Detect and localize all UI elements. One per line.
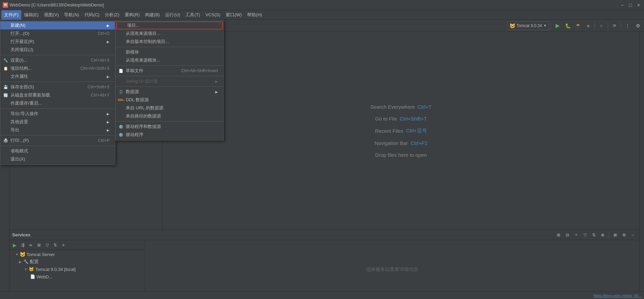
submenu-swing[interactable]: Swing UI 设计器 ▶ bbox=[116, 77, 223, 85]
menu-vcs[interactable]: VCS(S) bbox=[203, 10, 223, 20]
submenu-from-sources[interactable]: 从现有来源项目... bbox=[116, 29, 223, 38]
services-align-btn[interactable]: ⇶ bbox=[19, 241, 26, 249]
file-menu-print-label: 打印...(P) bbox=[11, 137, 29, 144]
submenu-scratch[interactable]: 📄 草稿文件 Ctrl+Alt+Shift+Insert bbox=[116, 67, 223, 75]
services-filter2-btn[interactable]: ▽ bbox=[43, 241, 51, 249]
file-menu-saveall-left: 💾 保存全部(S) bbox=[3, 84, 34, 90]
services-expand-all[interactable]: ⊞ bbox=[555, 231, 562, 239]
config-node[interactable]: ▶ 🔧 配置 bbox=[9, 258, 145, 265]
services-minimize[interactable]: − bbox=[629, 231, 637, 239]
services-sort[interactable]: ⇅ bbox=[590, 231, 598, 239]
file-menu-exit[interactable]: 退出(X) bbox=[0, 155, 115, 163]
services-collapse-all[interactable]: ⊟ bbox=[564, 231, 571, 239]
file-menu-powersave[interactable]: 省电模式 bbox=[0, 147, 115, 155]
file-menu-projstruct-left: 📋 项目结构... bbox=[3, 65, 32, 71]
file-menu-close[interactable]: 关闭项目(J) bbox=[0, 46, 115, 54]
sub-sep-4 bbox=[116, 86, 223, 87]
services-group-btn[interactable]: ⊞ bbox=[35, 241, 43, 249]
menu-refactor[interactable]: 重构(R) bbox=[122, 10, 142, 20]
file-menu-invalidate[interactable]: 作废缓存/重启... bbox=[0, 99, 115, 107]
more-button[interactable]: ⋮ bbox=[623, 21, 632, 30]
close-button[interactable]: × bbox=[636, 2, 641, 8]
menu-edit[interactable]: 编辑(E) bbox=[21, 10, 41, 20]
sub-sep-3 bbox=[116, 76, 223, 76]
menu-window[interactable]: 窗口(W) bbox=[223, 10, 244, 20]
file-menu-open-label: 打开...(O) bbox=[11, 30, 29, 37]
debug-button[interactable]: 🐛 bbox=[563, 21, 572, 30]
menu-tools[interactable]: 工具(T) bbox=[183, 10, 203, 20]
menu-bar: 文件(F) 编辑(E) 视图(V) 导航(N) 代码(C) 分析(Z) 重构(R… bbox=[0, 10, 644, 20]
submenu-drivers-datasources[interactable]: ⚙️ 驱动程序和数据源 bbox=[116, 123, 223, 131]
submenu-from-vcs[interactable]: 来自版本控制的项目... bbox=[116, 38, 223, 46]
file-menu-print[interactable]: 🖨️ 打印...(P) Ctrl+P bbox=[0, 136, 115, 145]
submenu-url-datasource[interactable]: 来自 URL 的数据源 bbox=[116, 104, 223, 112]
file-menu-export[interactable]: 导出 ▶ bbox=[0, 126, 115, 134]
file-menu-reload[interactable]: 🔄 从磁盘全部重新加载 Ctrl+Alt+Y bbox=[0, 91, 115, 99]
menu-code[interactable]: 代码(C) bbox=[82, 10, 102, 20]
file-menu-saveall[interactable]: 💾 保存全部(S) Ctrl+Shift+S bbox=[0, 83, 115, 91]
submenu-datasource-left: 🗄️ 数据源 bbox=[118, 89, 139, 95]
run-button[interactable]: ▶ bbox=[553, 21, 562, 30]
services-sort2-btn[interactable]: ⇅ bbox=[52, 241, 59, 249]
file-menu-settings[interactable]: 🔧 设置(I)... Ctrl+Alt+S bbox=[0, 56, 115, 64]
services-filter[interactable]: ▽ bbox=[581, 231, 589, 239]
new-module-icon bbox=[118, 49, 124, 55]
menu-file[interactable]: 文件(F) bbox=[1, 10, 21, 20]
file-menu-exit-label: 退出(X) bbox=[11, 156, 25, 162]
menu-help[interactable]: 帮助(H) bbox=[244, 10, 265, 20]
menu-run[interactable]: 运行(U) bbox=[162, 10, 183, 20]
services-more[interactable]: ⊕ bbox=[599, 231, 606, 239]
export-icon bbox=[3, 127, 8, 133]
file-menu-open[interactable]: 打开...(O) Ctrl+O bbox=[0, 29, 115, 38]
update-button[interactable]: ⟳ bbox=[610, 21, 619, 30]
services-add2-btn[interactable]: ＋ bbox=[60, 241, 67, 249]
tomcat-server-node[interactable]: ▼ 🐱 Tomcat Server bbox=[9, 251, 145, 258]
new-submenu: 项目... 从现有来源项目... 来自版本控制的项目... 新模块 从现有来源模… bbox=[115, 20, 224, 141]
submenu-ddl-label: DDL 数据源 bbox=[126, 97, 149, 103]
services-align2-btn[interactable]: ⇷ bbox=[27, 241, 35, 249]
submenu-module-from-sources[interactable]: 从现有来源模块... bbox=[116, 56, 223, 64]
fileprops-arrow-icon: ▶ bbox=[107, 75, 109, 79]
menu-analyze[interactable]: 分析(Z) bbox=[102, 10, 122, 20]
profile-button[interactable]: ◈ bbox=[583, 21, 593, 30]
hint-goto-key: Ctrl+Shift+T bbox=[400, 116, 427, 122]
recent-arrow-icon: ▶ bbox=[107, 40, 109, 44]
submenu-ddl[interactable]: DDL DDL 数据源 bbox=[116, 96, 223, 104]
submenu-new-module[interactable]: 新模块 bbox=[116, 48, 223, 56]
minimize-button[interactable]: − bbox=[620, 2, 625, 8]
file-menu-othersettings[interactable]: 其他设置 ▶ bbox=[0, 118, 115, 126]
submenu-drivers-left: ⚙️ 驱动程序 bbox=[118, 132, 143, 138]
submenu-swing-left: Swing UI 设计器 bbox=[118, 78, 158, 84]
maximize-button[interactable]: □ bbox=[628, 2, 633, 8]
coverage-button[interactable]: ☂ bbox=[573, 21, 583, 30]
tomcat-selector[interactable]: 🐱 Tomcat 9.0.34 ▼ bbox=[507, 21, 549, 30]
services-settings[interactable]: ⚙ bbox=[620, 231, 628, 239]
services-maximize[interactable]: ⊠ bbox=[611, 231, 619, 239]
file-menu-recent[interactable]: 打开最近(R) ▶ bbox=[0, 38, 115, 46]
web-demo-node[interactable]: 📄 WebD... bbox=[9, 273, 145, 280]
file-menu-exportimport[interactable]: 导出/导入操作 ▶ bbox=[0, 110, 115, 118]
file-menu-settings-label: 设置(I)... bbox=[11, 57, 27, 63]
file-menu-new[interactable]: 新建(N) ▶ bbox=[0, 21, 115, 29]
file-menu-projstruct[interactable]: 📋 项目结构... Ctrl+Alt+Shift+S bbox=[0, 64, 115, 72]
submenu-datasource[interactable]: 🗄️ 数据源 ▶ bbox=[116, 88, 223, 96]
services-add-service[interactable]: ＋ bbox=[572, 231, 580, 239]
toolbar-sep-5 bbox=[621, 22, 621, 29]
services-content: ▶ ⇶ ⇷ ⊞ ▽ ⇅ ＋ ▼ 🐱 Tomcat Server ▶ bbox=[9, 240, 639, 299]
submenu-drivers[interactable]: ⚙️ 驱动程序 bbox=[116, 131, 223, 139]
tomcat-local-icon: 🐱 bbox=[28, 266, 34, 272]
file-menu-reload-left: 🔄 从磁盘全部重新加载 bbox=[3, 92, 50, 98]
status-url[interactable]: https://blog.csdn.net/qq_40... bbox=[593, 294, 641, 298]
menu-navigate[interactable]: 导航(N) bbox=[61, 10, 82, 20]
services-run-btn[interactable]: ▶ bbox=[11, 241, 18, 249]
menu-view[interactable]: 视图(V) bbox=[41, 10, 61, 20]
stop-button[interactable]: ■ bbox=[597, 21, 606, 30]
submenu-project[interactable]: 项目... bbox=[116, 21, 223, 29]
file-menu-fileprops[interactable]: 文件属性 ▶ bbox=[0, 72, 115, 81]
hint-drop-text: Drop files here to open bbox=[375, 152, 427, 158]
submenu-path-datasource[interactable]: 来自路径的数据源 bbox=[116, 112, 223, 120]
tomcat-local-node[interactable]: ▼ 🐱 Tomcat 9.0.34 [local] bbox=[9, 265, 145, 273]
menu-build[interactable]: 构建(B) bbox=[142, 10, 162, 20]
settings-button[interactable]: ⚙ bbox=[633, 21, 643, 30]
toolbar-sep-2 bbox=[551, 22, 551, 29]
